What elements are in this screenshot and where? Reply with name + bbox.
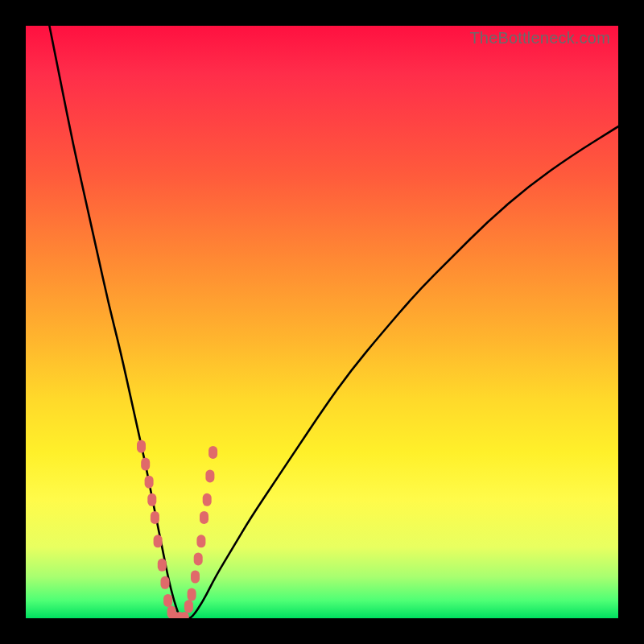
- chart-frame: TheBottleneck.com: [0, 0, 644, 644]
- marker-dot: [154, 535, 163, 547]
- marker-dot: [158, 559, 167, 572]
- plot-area: TheBottleneck.com: [26, 26, 618, 618]
- marker-dot: [184, 600, 193, 613]
- marker-dot: [147, 493, 156, 506]
- marker-dot: [205, 469, 214, 482]
- bottleneck-curve: [49, 26, 618, 618]
- marker-dot: [141, 458, 150, 471]
- marker-dot: [188, 588, 196, 601]
- marker-dot: [137, 440, 146, 453]
- marker-dot: [200, 511, 208, 524]
- marker-dot: [194, 552, 203, 565]
- marker-dot: [196, 535, 205, 547]
- marker-cluster: [137, 440, 217, 618]
- curve-layer: [26, 26, 618, 618]
- marker-dot: [163, 594, 172, 607]
- marker-dot: [145, 476, 154, 489]
- marker-dot: [203, 493, 212, 506]
- marker-dot: [151, 511, 159, 524]
- marker-dot: [161, 576, 170, 589]
- marker-dot: [191, 571, 200, 584]
- marker-dot: [208, 446, 217, 459]
